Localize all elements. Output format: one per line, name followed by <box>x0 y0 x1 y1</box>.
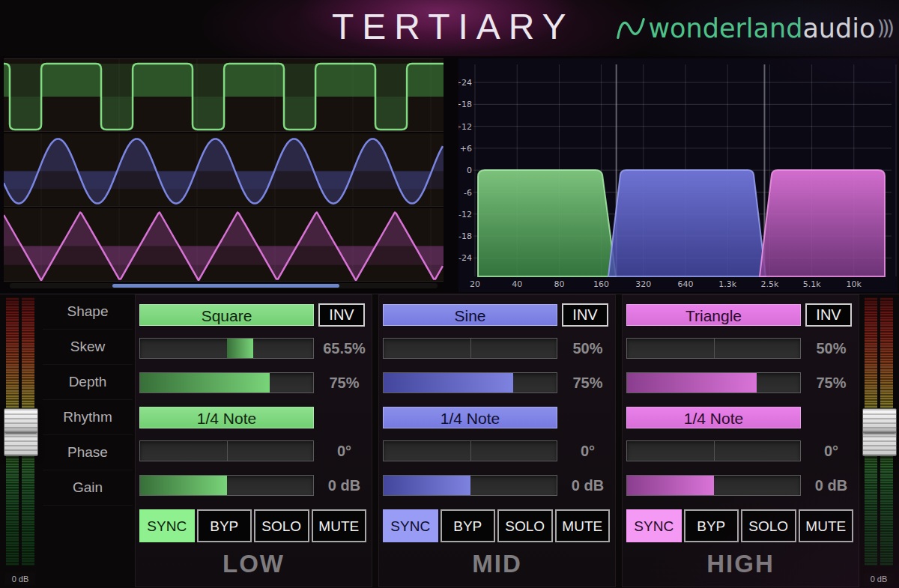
depth-value-high: 75% <box>802 372 860 393</box>
skew-slider-mid[interactable] <box>383 338 557 359</box>
shape-selector-high[interactable]: Triangle <box>626 304 801 326</box>
svg-text:+6: +6 <box>460 144 472 154</box>
parameter-labels-column: Shape Skew Depth Rhythm Phase Gain <box>43 294 133 503</box>
band-panel-high: Triangle INV 50% 75% 1/4 Note 0° 0 dB SY… <box>622 294 859 587</box>
band-title-mid: MID <box>379 550 615 578</box>
output-gain-fader[interactable] <box>862 408 897 456</box>
svg-text:-24: -24 <box>458 253 472 263</box>
svg-text:+12: +12 <box>458 122 472 132</box>
plugin-window: TERTIARY wonderlandaudio))) +24+18+12+60… <box>0 0 899 588</box>
invert-button-mid[interactable]: INV <box>562 303 608 327</box>
skew-value-low: 65.5% <box>315 338 373 359</box>
phase-slider-low[interactable] <box>139 440 314 461</box>
mute-button-mid[interactable]: MUTE <box>555 509 611 542</box>
depth-slider-high[interactable] <box>626 372 801 393</box>
spectrum-graph: +24+18+12+60-6-12-18-242040801603206401.… <box>458 58 898 292</box>
phase-slider-high[interactable] <box>626 440 801 461</box>
svg-text:-12: -12 <box>458 210 472 219</box>
band-panel-low: Square INV 65.5% 75% 1/4 Note 0° 0 dB SY… <box>135 294 372 587</box>
bypass-button-high[interactable]: BYP <box>684 509 739 542</box>
gain-slider-mid[interactable] <box>383 475 557 496</box>
sine-wave-display <box>4 133 444 206</box>
svg-text:640: 640 <box>678 279 694 289</box>
depth-value-mid: 75% <box>559 372 617 393</box>
phase-slider-mid[interactable] <box>383 440 557 461</box>
label-rhythm: Rhythm <box>43 400 133 435</box>
bypass-button-low[interactable]: BYP <box>197 509 252 542</box>
sync-button-low[interactable]: SYNC <box>139 509 195 542</box>
output-level-meter: 0 dB <box>864 297 894 587</box>
brand-name-green: wonderland <box>648 13 802 43</box>
solo-button-mid[interactable]: SOLO <box>497 509 553 542</box>
svg-text:80: 80 <box>554 279 564 289</box>
mute-button-high[interactable]: MUTE <box>799 509 854 542</box>
gain-value-low: 0 dB <box>315 475 373 496</box>
skew-slider-low[interactable] <box>139 338 314 359</box>
svg-text:-18: -18 <box>458 231 472 241</box>
shape-selector-low[interactable]: Square <box>139 304 314 326</box>
svg-text:40: 40 <box>512 279 522 289</box>
input-level-meter: 0 dB <box>5 297 35 587</box>
waveform-scrollbar-thumb[interactable] <box>112 284 339 288</box>
svg-text:20: 20 <box>470 279 480 289</box>
svg-text:1.3k: 1.3k <box>718 279 736 289</box>
sine-logo-icon <box>615 10 647 46</box>
svg-text:5.1k: 5.1k <box>803 279 821 289</box>
triangle-wave-display <box>4 208 444 281</box>
label-phase: Phase <box>43 435 133 470</box>
svg-text:-6: -6 <box>464 188 472 198</box>
brand-name-light: audio <box>802 13 875 43</box>
output-meter-value: 0 dB <box>864 573 894 585</box>
phase-value-mid: 0° <box>559 440 617 461</box>
rhythm-selector-high[interactable]: 1/4 Note <box>626 407 801 428</box>
rhythm-selector-low[interactable]: 1/4 Note <box>139 407 314 428</box>
crossover-spectrum-display[interactable]: +24+18+12+60-6-12-18-242040801603206401.… <box>458 58 898 292</box>
solo-button-low[interactable]: SOLO <box>254 509 309 542</box>
mute-button-low[interactable]: MUTE <box>312 509 367 542</box>
sound-waves-icon: ))) <box>877 16 892 39</box>
input-meter-value: 0 dB <box>5 573 35 585</box>
square-wave-display <box>4 59 444 131</box>
gain-slider-high[interactable] <box>626 475 801 496</box>
svg-text:+24: +24 <box>458 78 472 88</box>
skew-value-high: 50% <box>802 338 860 359</box>
skew-slider-high[interactable] <box>626 338 801 359</box>
label-skew: Skew <box>43 330 133 365</box>
control-area: 0 dB Shape Skew Depth Rhythm Phase Gain … <box>0 294 899 588</box>
svg-text:10k: 10k <box>847 279 862 289</box>
plugin-title: TERTIARY <box>332 6 575 47</box>
invert-button-low[interactable]: INV <box>318 303 365 327</box>
waveform-scrollbar[interactable] <box>10 283 438 288</box>
svg-text:0: 0 <box>467 166 472 175</box>
band-title-high: HIGH <box>623 550 859 578</box>
depth-slider-low[interactable] <box>139 372 314 393</box>
sync-button-mid[interactable]: SYNC <box>383 509 438 542</box>
solo-button-high[interactable]: SOLO <box>741 509 796 542</box>
invert-button-high[interactable]: INV <box>805 303 852 327</box>
header: TERTIARY wonderlandaudio))) <box>0 0 899 56</box>
depth-value-low: 75% <box>315 372 373 393</box>
label-shape: Shape <box>43 294 133 330</box>
lfo-waveform-display <box>4 58 444 291</box>
phase-value-low: 0° <box>315 440 373 461</box>
label-gain: Gain <box>43 470 133 506</box>
svg-text:2.5k: 2.5k <box>760 279 778 289</box>
svg-text:+18: +18 <box>458 100 472 109</box>
shape-selector-mid[interactable]: Sine <box>383 304 557 326</box>
sync-button-high[interactable]: SYNC <box>626 509 682 542</box>
svg-text:320: 320 <box>635 279 651 289</box>
svg-text:160: 160 <box>593 279 609 289</box>
phase-value-high: 0° <box>802 440 860 461</box>
skew-value-mid: 50% <box>559 338 617 359</box>
gain-value-high: 0 dB <box>802 475 860 496</box>
rhythm-selector-mid[interactable]: 1/4 Note <box>383 407 557 428</box>
gain-value-mid: 0 dB <box>559 475 617 496</box>
bypass-button-mid[interactable]: BYP <box>441 509 496 542</box>
label-depth: Depth <box>43 365 133 400</box>
input-gain-fader[interactable] <box>4 408 38 456</box>
band-panel-mid: Sine INV 50% 75% 1/4 Note 0° 0 dB SYNC B… <box>378 294 616 587</box>
depth-slider-mid[interactable] <box>383 372 557 393</box>
band-title-low: LOW <box>136 550 372 578</box>
brand-logo: wonderlandaudio))) <box>615 10 892 46</box>
gain-slider-low[interactable] <box>139 475 314 496</box>
